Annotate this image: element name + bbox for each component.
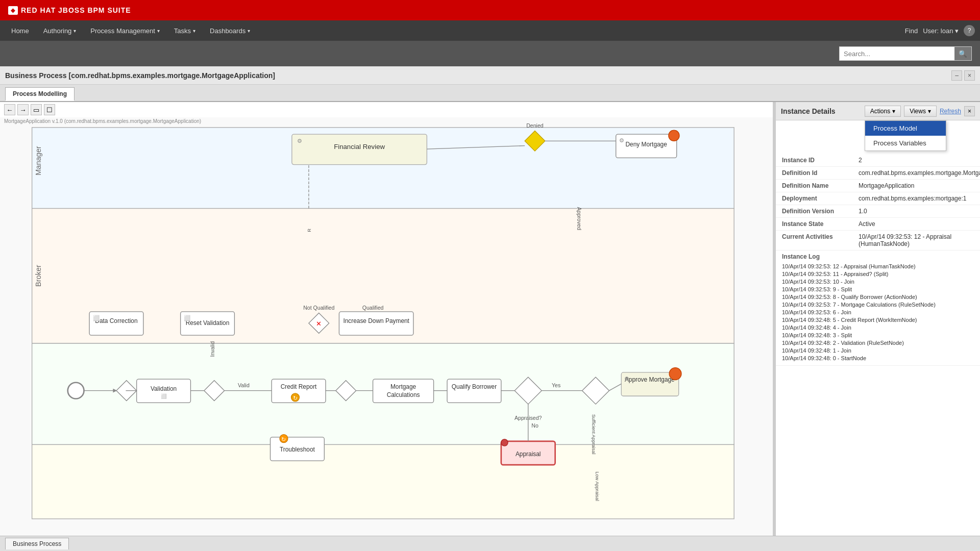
log-entry: 10/Apr/14 09:32:53: 11 - Appraised? (Spl… bbox=[782, 271, 936, 277]
svg-text:Reset Validation: Reset Validation bbox=[186, 319, 230, 327]
svg-text:Increase Down Payment: Increase Down Payment bbox=[343, 317, 409, 324]
svg-text:Sufficient Appraisal: Sufficient Appraisal bbox=[591, 414, 596, 455]
navbar: Home Authoring ▾ Process Management ▾ Ta… bbox=[0, 20, 980, 41]
svg-text:Approved: Approved bbox=[576, 207, 582, 230]
help-icon[interactable]: ? bbox=[964, 25, 975, 36]
diagram-toolbar: ← → ▭ ☐ bbox=[4, 104, 55, 115]
process-mgmt-caret: ▾ bbox=[157, 28, 160, 34]
diagram-subtitle: MortgageApplication v.1.0 (com.redhat.bp… bbox=[4, 118, 201, 124]
user-label[interactable]: User: loan ▾ bbox=[923, 27, 959, 35]
svg-text:⚙: ⚙ bbox=[297, 138, 302, 144]
close-button[interactable]: × bbox=[964, 70, 975, 81]
zoom-fit-button[interactable]: ▭ bbox=[31, 104, 42, 115]
log-entry: 10/Apr/14 09:32:53: 9 - Split bbox=[782, 286, 936, 292]
instance-log-entries: 10/Apr/14 09:32:53: 12 - Appraisal (Huma… bbox=[782, 263, 936, 363]
redhat-logo: ◆ bbox=[8, 6, 18, 15]
svg-text:Broker: Broker bbox=[34, 265, 42, 287]
detail-row-definition-name: Definition Name MortgageApplication bbox=[776, 180, 980, 192]
svg-point-26 bbox=[501, 439, 508, 446]
svg-text:Financial Review: Financial Review bbox=[334, 143, 385, 151]
brand-text: RED HAT JBOSS BPM SUITE bbox=[21, 6, 131, 14]
search-box: 🔍 bbox=[839, 46, 972, 61]
tab-process-modelling[interactable]: Process Modelling bbox=[5, 87, 75, 101]
svg-text:Qualify Borrower: Qualify Borrower bbox=[452, 383, 497, 390]
details-title: Instance Details bbox=[781, 107, 836, 115]
user-caret: ▾ bbox=[955, 27, 959, 35]
log-entry: 10/Apr/14 09:32:48: 5 - Credit Report (W… bbox=[782, 317, 936, 323]
nav-left: Home Authoring ▾ Process Management ▾ Ta… bbox=[5, 20, 256, 41]
log-entry: 10/Apr/14 09:32:48: 0 - StartNode bbox=[782, 355, 936, 361]
views-button[interactable]: Views ▾ bbox=[904, 106, 937, 117]
topbar: ◆ RED HAT JBOSS BPM SUITE bbox=[0, 0, 980, 20]
svg-text:Low Appraisal: Low Appraisal bbox=[595, 471, 600, 501]
svg-text:Not Qualified: Not Qualified bbox=[303, 305, 334, 311]
detail-row-instance-log: Instance Log 10/Apr/14 09:32:53: 12 - Ap… bbox=[776, 251, 980, 366]
brand-logo: ◆ RED HAT JBOSS BPM SUITE bbox=[8, 6, 131, 15]
zoom-button[interactable]: ☐ bbox=[44, 104, 55, 115]
svg-text:Calculations: Calculations bbox=[387, 391, 420, 398]
refresh-button[interactable]: Refresh bbox=[940, 108, 961, 115]
close-details-button[interactable]: × bbox=[964, 106, 975, 116]
process-tab-bar: Process Modelling bbox=[0, 85, 980, 102]
title-controls: – × bbox=[951, 70, 975, 81]
svg-text:↻: ↻ bbox=[281, 436, 286, 442]
svg-text:Invalid: Invalid bbox=[209, 341, 215, 357]
detail-row-definition-version: Definition Version 1.0 bbox=[776, 205, 980, 218]
nav-home[interactable]: Home bbox=[5, 20, 35, 41]
dropdown-item-process-model[interactable]: Process Model bbox=[865, 121, 946, 136]
search-input[interactable] bbox=[840, 47, 954, 60]
details-header: Instance Details Actions ▾ Views ▾ Refre… bbox=[776, 102, 980, 120]
tasks-caret: ▾ bbox=[193, 28, 195, 34]
actions-button[interactable]: Actions ▾ bbox=[865, 106, 901, 117]
nav-process-management[interactable]: Process Management ▾ bbox=[84, 20, 165, 41]
log-entry: 10/Apr/14 09:32:53: 6 - Join bbox=[782, 309, 936, 315]
log-entry: 10/Apr/14 09:32:48: 3 - Split bbox=[782, 332, 936, 338]
svg-text:Mortgage: Mortgage bbox=[390, 383, 416, 390]
svg-text:⚙: ⚙ bbox=[619, 137, 624, 143]
actions-caret: ▾ bbox=[892, 108, 895, 115]
svg-text:Data Correction: Data Correction bbox=[95, 317, 137, 324]
svg-text:Approve Mortgage: Approve Mortgage bbox=[625, 376, 675, 383]
back-button[interactable]: ← bbox=[4, 104, 15, 115]
searchbar: 🔍 bbox=[0, 41, 980, 66]
detail-row-definition-id: Definition Id com.redhat.bpms.examples.m… bbox=[776, 167, 980, 180]
svg-text:Manager: Manager bbox=[34, 146, 42, 176]
details-panel: Instance Details Actions ▾ Views ▾ Refre… bbox=[776, 102, 980, 536]
bottombar: Business Process bbox=[0, 536, 980, 551]
svg-text:Troubleshoot: Troubleshoot bbox=[280, 446, 315, 453]
views-caret: ▾ bbox=[928, 108, 931, 115]
find-link[interactable]: Find bbox=[905, 27, 918, 35]
nav-tasks[interactable]: Tasks ▾ bbox=[168, 20, 202, 41]
main-split: ← → ▭ ☐ MortgageApplication v.1.0 (com.r… bbox=[0, 102, 980, 536]
search-button[interactable]: 🔍 bbox=[954, 47, 971, 60]
page-title: Business Process [com.redhat.bpms.exampl… bbox=[5, 71, 275, 80]
svg-point-38 bbox=[669, 130, 679, 141]
diagram-panel: ← → ▭ ☐ MortgageApplication v.1.0 (com.r… bbox=[0, 102, 774, 536]
bottom-tab-business-process[interactable]: Business Process bbox=[5, 538, 69, 549]
svg-text:Denied: Denied bbox=[526, 122, 544, 129]
nav-authoring[interactable]: Authoring ▾ bbox=[37, 20, 83, 41]
detail-row-instance-id: Instance ID 2 bbox=[776, 154, 980, 167]
svg-text:⬜: ⬜ bbox=[93, 315, 100, 321]
forward-button[interactable]: → bbox=[17, 104, 29, 115]
log-entry: 10/Apr/14 09:32:53: 8 - Qualify Borrower… bbox=[782, 294, 936, 300]
svg-point-6 bbox=[68, 383, 84, 399]
svg-text:No: No bbox=[531, 422, 538, 429]
detail-row-current-activities: Current Activities 10/Apr/14 09:32:53: 1… bbox=[776, 231, 980, 251]
svg-rect-5 bbox=[32, 444, 734, 518]
minimize-button[interactable]: – bbox=[951, 70, 962, 81]
svg-text:R: R bbox=[307, 229, 312, 232]
svg-text:Deny Mortgage: Deny Mortgage bbox=[626, 141, 668, 148]
log-entry: 10/Apr/14 09:32:48: 2 - Validation (Rule… bbox=[782, 340, 936, 346]
nav-right: Find User: loan ▾ ? bbox=[905, 25, 975, 36]
svg-text:Qualified: Qualified bbox=[362, 305, 384, 311]
dropdown-item-process-variables[interactable]: Process Variables bbox=[865, 136, 946, 151]
svg-point-31 bbox=[669, 368, 681, 380]
diagram-content: MortgageApplication v.1.0 (com.redhat.bp… bbox=[0, 117, 773, 536]
log-entry: 10/Apr/14 09:32:53: 7 - Mortgage Calcula… bbox=[782, 302, 936, 308]
details-header-actions: Actions ▾ Views ▾ Refresh × bbox=[865, 106, 975, 117]
nav-dashboards[interactable]: Dashboards ▾ bbox=[204, 20, 256, 41]
detail-row-instance-state: Instance State Active bbox=[776, 218, 980, 231]
svg-text:Yes: Yes bbox=[552, 382, 560, 388]
svg-text:Credit Report: Credit Report bbox=[281, 383, 317, 390]
